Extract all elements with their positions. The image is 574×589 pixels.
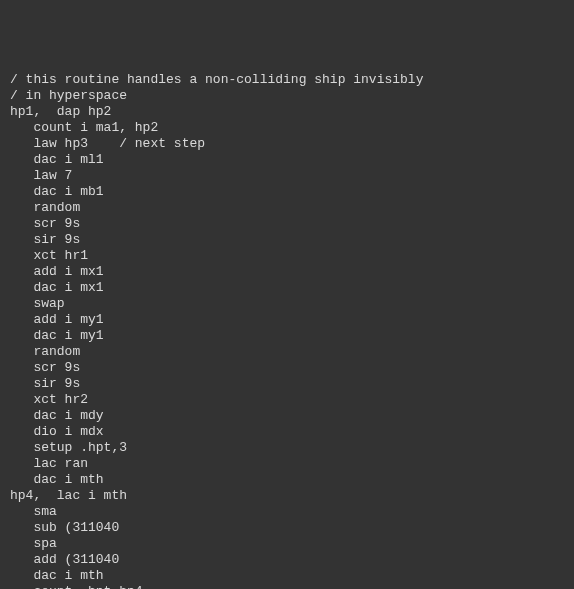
code-line: count .hpt,hp4 — [10, 584, 564, 589]
code-line: swap — [10, 296, 564, 312]
code-line: / in hyperspace — [10, 88, 564, 104]
code-line: sir 9s — [10, 232, 564, 248]
code-line: dac i mth — [10, 568, 564, 584]
code-line: hp4, lac i mth — [10, 488, 564, 504]
code-line: dac i my1 — [10, 328, 564, 344]
code-line: add i mx1 — [10, 264, 564, 280]
code-line: add i my1 — [10, 312, 564, 328]
code-line: add (311040 — [10, 552, 564, 568]
code-line: sma — [10, 504, 564, 520]
code-line: sir 9s — [10, 376, 564, 392]
code-line: law hp3 / next step — [10, 136, 564, 152]
code-line: dac i mth — [10, 472, 564, 488]
code-line: random — [10, 344, 564, 360]
code-line: / this routine handles a non-colliding s… — [10, 72, 564, 88]
code-line: dac i mx1 — [10, 280, 564, 296]
code-line: xct hr2 — [10, 392, 564, 408]
code-line: dac i ml1 — [10, 152, 564, 168]
code-line: scr 9s — [10, 360, 564, 376]
code-line: count i ma1, hp2 — [10, 120, 564, 136]
code-line: sub (311040 — [10, 520, 564, 536]
code-line: hp1, dap hp2 — [10, 104, 564, 120]
code-line: lac ran — [10, 456, 564, 472]
code-line: xct hr1 — [10, 248, 564, 264]
code-block: / this routine handles a non-colliding s… — [10, 72, 564, 589]
code-line: setup .hpt,3 — [10, 440, 564, 456]
code-line: law 7 — [10, 168, 564, 184]
code-line: scr 9s — [10, 216, 564, 232]
code-line: dac i mdy — [10, 408, 564, 424]
code-line: dio i mdx — [10, 424, 564, 440]
code-line: spa — [10, 536, 564, 552]
code-line: random — [10, 200, 564, 216]
code-line: dac i mb1 — [10, 184, 564, 200]
